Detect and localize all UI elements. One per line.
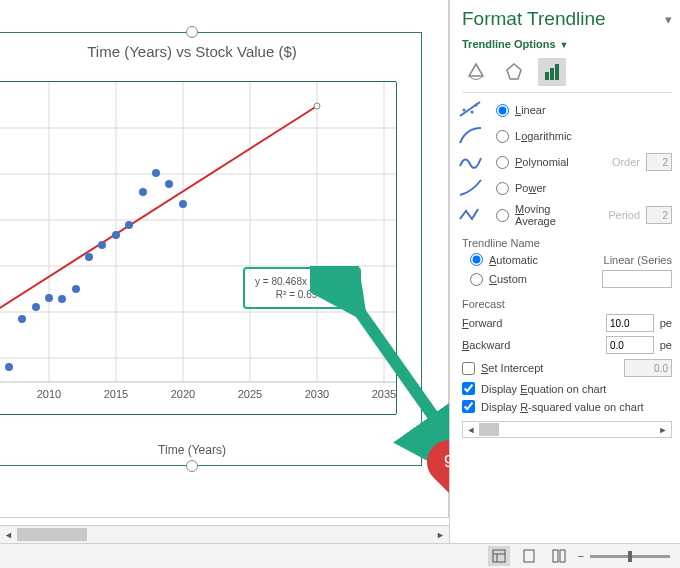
sheet-hscroll[interactable]: ◄ ► [0,525,449,543]
disp-eq-row[interactable]: Display Equation on chart [462,382,672,395]
svg-rect-54 [524,550,534,562]
name-heading: Trendline Name [462,237,672,249]
period-input [646,206,672,224]
tab-fill-icon[interactable] [462,58,490,86]
name-custom-row[interactable]: Custom [470,270,672,288]
linear-icon [458,99,484,121]
svg-rect-55 [553,550,558,562]
zoom-out-icon[interactable]: − [578,550,584,562]
log-icon [458,125,484,147]
radio-auto[interactable] [470,253,483,266]
radio-log[interactable] [496,130,509,143]
pane-close-icon[interactable]: ▾ [665,12,672,27]
pane-hscroll[interactable]: ◄ ► [462,421,672,438]
svg-point-35 [98,241,106,249]
chart-area: Time (Years) vs Stock Value ($) 20052010… [0,0,449,518]
svg-point-34 [85,253,93,261]
svg-point-30 [32,303,40,311]
order-input [646,153,672,171]
chart-container[interactable]: Time (Years) vs Stock Value ($) 20052010… [0,32,422,466]
pane-hscroll-left[interactable]: ◄ [463,422,479,437]
forecast-heading: Forecast [462,298,672,310]
data-points [0,169,187,371]
opt-poly[interactable]: Polynomial Order [488,151,672,173]
svg-text:2015: 2015 [104,388,128,400]
status-bar: − [0,543,680,568]
opt-log[interactable]: Logarithmic [488,125,672,147]
zoom-slider[interactable] [590,555,670,558]
pane-title-row: Format Trendline ▾ [462,4,672,36]
chart-handle-top[interactable] [186,26,198,38]
opt-moving[interactable]: MovingAverage Period [488,203,672,227]
view-break-icon[interactable] [548,546,570,566]
svg-point-28 [5,363,13,371]
trendline [0,106,317,362]
pane-hscroll-right[interactable]: ► [655,422,671,437]
auto-name-val: Linear (Series [604,254,672,266]
radio-moving[interactable] [496,209,509,222]
svg-point-39 [152,169,160,177]
tab-effects-icon[interactable] [500,58,528,86]
x-axis-label[interactable]: Time (Years) [0,443,421,457]
trendline-r2: R² = 0.6945 [255,288,349,301]
cb-intercept[interactable] [462,362,475,375]
svg-point-36 [112,231,120,239]
svg-point-38 [139,188,147,196]
tab-options-icon[interactable] [538,58,566,86]
svg-point-41 [179,200,187,208]
pane-subhead[interactable]: Trendline Options▼ [462,36,672,58]
radio-linear[interactable] [496,104,509,117]
trendline-equation-box[interactable]: y = 80.468x - 160136 R² = 0.6945 [243,267,361,309]
trendline-equation: y = 80.468x - 160136 [255,275,349,288]
pane-tabs [462,58,672,86]
pane-hscroll-thumb[interactable] [479,423,499,436]
hscroll-left[interactable]: ◄ [0,526,17,543]
pane-title: Format Trendline [462,8,606,30]
forward-row: Forward pe [462,314,672,332]
forward-input[interactable] [606,314,654,332]
radio-poly[interactable] [496,156,509,169]
svg-point-40 [165,180,173,188]
view-normal-icon[interactable] [488,546,510,566]
backward-input[interactable] [606,336,654,354]
custom-name-input[interactable] [602,270,672,288]
svg-point-29 [18,315,26,323]
chevron-down-icon: ▼ [560,40,569,50]
intercept-row[interactable]: Set Intercept [462,359,672,377]
chart-svg: 20052010 20152020 20252030 2035 [0,82,396,414]
svg-marker-43 [507,64,521,79]
svg-text:2025: 2025 [238,388,262,400]
svg-rect-45 [550,68,554,80]
svg-rect-56 [560,550,565,562]
chart-title[interactable]: Time (Years) vs Stock Value ($) [0,33,421,66]
view-page-icon[interactable] [518,546,540,566]
name-auto-row[interactable]: Automatic Linear (Series [470,253,672,266]
intercept-input [624,359,672,377]
radio-custom[interactable] [470,273,483,286]
radio-power[interactable] [496,182,509,195]
plot-area[interactable]: 20052010 20152020 20252030 2035 [0,81,397,415]
hscroll-thumb[interactable] [17,528,87,541]
hscroll-right[interactable]: ► [432,526,449,543]
poly-icon [458,151,484,173]
svg-point-49 [471,111,474,114]
chart-handle-bottom[interactable] [186,460,198,472]
svg-point-50 [475,104,478,107]
backward-row: Backward pe [462,336,672,354]
disp-r2-row[interactable]: Display R-squared value on chart [462,400,672,413]
hscroll-track[interactable] [17,526,432,543]
period-label: Period [608,209,640,221]
power-icon [458,177,484,199]
order-label: Order [612,156,640,168]
cb-disp-eq[interactable] [462,382,475,395]
svg-point-48 [463,109,466,112]
zoom-control[interactable]: − [578,550,670,562]
moving-icon [458,204,484,226]
svg-text:2035: 2035 [372,388,396,400]
svg-point-33 [72,285,80,293]
svg-point-37 [125,221,133,229]
trendline-handle [314,103,320,109]
opt-power[interactable]: Power [488,177,672,199]
cb-disp-r2[interactable] [462,400,475,413]
opt-linear[interactable]: Linear [488,99,672,121]
